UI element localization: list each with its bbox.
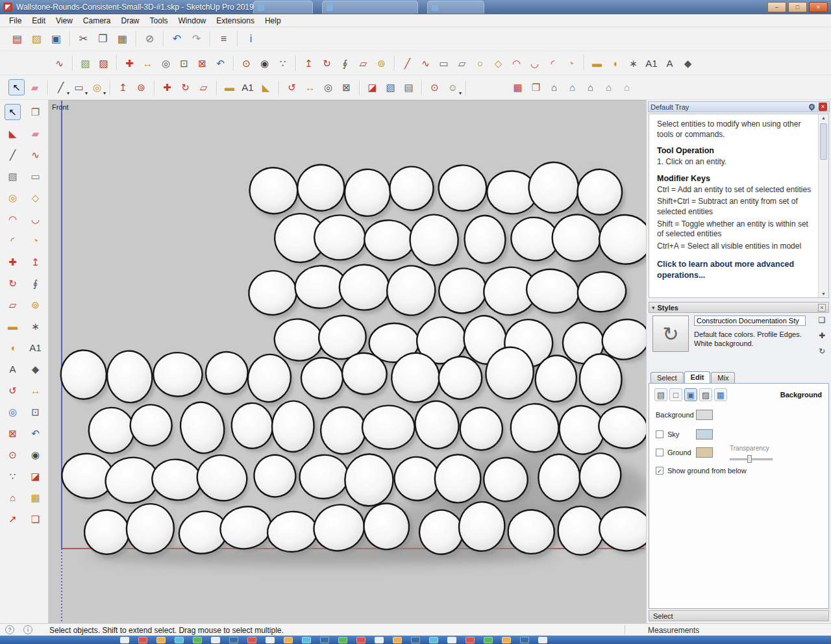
section-plane-icon[interactable]: ◪ — [27, 468, 43, 484]
model-scene[interactable] — [49, 101, 646, 623]
collapse-icon[interactable]: ▾ — [652, 304, 655, 311]
taskbar-app-icon[interactable] — [447, 637, 456, 643]
info-icon[interactable]: i — [23, 625, 32, 634]
push-pull-icon[interactable]: ↥ — [27, 254, 43, 270]
styles-tab-edit[interactable]: Edit — [684, 371, 711, 383]
pan-tool-icon[interactable]: ↔ — [302, 79, 318, 95]
tape-tool-icon[interactable]: ▬ — [221, 79, 238, 95]
taskbar-app-icon[interactable] — [502, 637, 511, 643]
taskbar-app-icon[interactable] — [247, 637, 256, 643]
orbit-icon[interactable]: ↺ — [5, 382, 21, 399]
background-color-swatch[interactable] — [696, 410, 713, 420]
modeling-settings-icon[interactable]: ▦ — [714, 388, 727, 401]
zoom-icon[interactable]: ◎ — [158, 55, 174, 71]
dropdown-arrow-icon[interactable]: ▾ — [85, 91, 88, 96]
view-iso-icon[interactable]: ⌂ — [546, 79, 562, 95]
stamp-icon[interactable]: ▨ — [95, 55, 112, 71]
secondary-pane-icon[interactable]: ❏ — [816, 314, 828, 326]
dimensions-icon[interactable]: A1 — [643, 55, 660, 71]
stone[interactable] — [202, 349, 254, 401]
background-settings-icon[interactable]: ▣ — [684, 388, 697, 401]
menu-item-edit[interactable]: Edit — [27, 15, 51, 27]
taskbar-app-icon[interactable] — [356, 637, 366, 643]
styles-tab-select[interactable]: Select — [651, 372, 684, 383]
select-tool-icon[interactable]: ↖ — [5, 104, 21, 120]
stone[interactable] — [153, 352, 206, 401]
move-icon[interactable]: ✚ — [121, 55, 138, 71]
eraser-icon[interactable]: ▰ — [27, 125, 43, 142]
eraser-icon[interactable]: ▰ — [27, 79, 43, 95]
drape-icon[interactable]: ▧ — [77, 55, 93, 71]
ground-checkbox[interactable] — [656, 449, 664, 456]
open-file-icon[interactable]: ▨ — [28, 31, 45, 48]
styles-panel-header[interactable]: ▾ Styles × — [649, 302, 829, 313]
zoom-window-icon[interactable]: ⊡ — [176, 55, 192, 71]
dropdown-arrow-icon[interactable]: ▾ — [459, 91, 462, 96]
stone[interactable] — [192, 450, 254, 510]
make-component-icon[interactable]: ❐ — [27, 104, 43, 120]
arc-icon[interactable]: ◠ — [508, 55, 525, 71]
scale-icon[interactable]: ▱ — [355, 55, 371, 71]
push-pull-icon[interactable]: ↥ — [301, 55, 317, 71]
menu-item-draw[interactable]: Draw — [116, 15, 145, 27]
stone[interactable] — [362, 405, 419, 453]
create-style-icon[interactable]: ✚ — [816, 330, 828, 341]
offset-icon[interactable]: ⊚ — [373, 55, 390, 71]
stone[interactable] — [381, 261, 443, 325]
look-around-icon[interactable]: ◉ — [27, 447, 43, 463]
3d-warehouse-icon[interactable]: ▦ — [510, 79, 526, 95]
sky-color-swatch[interactable] — [696, 429, 713, 440]
three-point-arc-icon[interactable]: ◜ — [545, 55, 561, 71]
simplify-contours-icon[interactable]: ∿ — [51, 55, 68, 71]
model-info-icon[interactable]: i — [242, 31, 260, 48]
taskbar-app-icon[interactable] — [211, 637, 220, 643]
pie-icon[interactable]: ◔ — [563, 55, 579, 71]
face-settings-icon[interactable]: □ — [669, 388, 682, 401]
slider-thumb[interactable] — [747, 455, 752, 463]
menu-item-view[interactable]: View — [51, 15, 78, 27]
cut-icon[interactable]: ✂ — [75, 31, 92, 48]
help-icon[interactable]: ? — [5, 625, 14, 634]
taskbar-app-icon[interactable] — [484, 637, 493, 643]
polygon-icon[interactable]: ◇ — [490, 55, 506, 71]
new-file-icon[interactable]: ▤ — [8, 31, 26, 48]
axes-icon[interactable]: ∗ — [27, 318, 43, 334]
three-point-arc-icon[interactable]: ◜ — [5, 232, 21, 249]
view-top-icon[interactable]: ⌂ — [564, 79, 580, 95]
close-button[interactable]: × — [809, 2, 828, 12]
stone[interactable] — [60, 349, 111, 404]
menu-item-extensions[interactable]: Extensions — [211, 15, 260, 27]
3d-text-icon[interactable]: ◆ — [680, 55, 696, 71]
look-around-icon[interactable]: ◉ — [256, 55, 273, 71]
stone[interactable] — [176, 397, 234, 462]
protractor-icon[interactable]: ◖ — [5, 340, 21, 356]
taskbar-app-icon[interactable] — [229, 637, 238, 643]
3d-warehouse-icon[interactable]: ⌂ — [5, 489, 21, 506]
offset-tool-icon[interactable]: ⊚ — [133, 79, 149, 95]
stone[interactable] — [340, 265, 393, 314]
scroll-thumb[interactable] — [820, 123, 827, 160]
zoom-icon[interactable]: ◎ — [5, 404, 21, 420]
position-camera-icon[interactable]: ⊙ — [238, 55, 254, 71]
circle-icon[interactable]: ○ — [472, 55, 488, 71]
taskbar-app-icon[interactable] — [320, 637, 329, 643]
view-left-icon[interactable]: ⌂ — [619, 79, 635, 95]
previous-view-icon[interactable]: ↶ — [212, 55, 229, 71]
stone[interactable] — [464, 215, 510, 268]
line-icon[interactable]: ╱ — [5, 147, 21, 163]
taskbar-app-icon[interactable] — [338, 637, 347, 643]
pan-icon[interactable]: ↔ — [140, 55, 156, 71]
taskbar-app-icon[interactable] — [120, 637, 129, 643]
walk-icon[interactable]: ∵ — [275, 55, 291, 71]
stone[interactable] — [249, 450, 304, 506]
menu-item-tools[interactable]: Tools — [145, 15, 173, 27]
paste-icon[interactable]: ▦ — [114, 31, 131, 48]
section-fill-icon[interactable]: ▧ — [382, 79, 399, 95]
menu-item-window[interactable]: Window — [173, 15, 212, 27]
share-component-icon[interactable]: ❏ — [27, 511, 43, 527]
zoom-extents-icon[interactable]: ⊠ — [5, 425, 21, 441]
zoom-extents-tool-icon[interactable]: ⊠ — [338, 79, 354, 95]
sky-checkbox[interactable] — [656, 430, 664, 438]
scroll-up-icon[interactable]: ▲ — [819, 116, 828, 120]
freehand-icon[interactable]: ∿ — [27, 147, 43, 163]
